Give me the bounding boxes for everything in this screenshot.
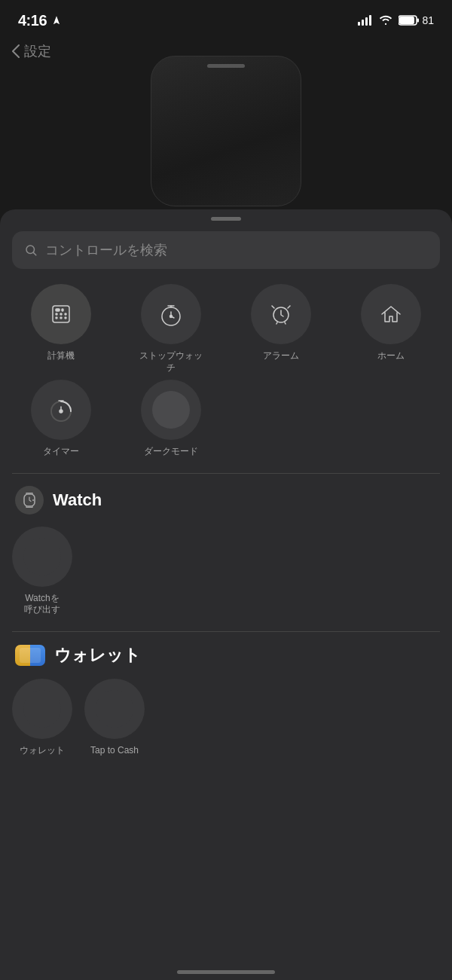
divider-1 — [12, 473, 440, 474]
svg-point-18 — [170, 316, 173, 318]
back-arrow-icon — [12, 44, 20, 58]
svg-point-23 — [32, 499, 34, 501]
calculator-button[interactable] — [31, 284, 91, 344]
search-icon — [24, 243, 38, 257]
battery-percent: 81 — [422, 14, 434, 26]
control-item-calculator[interactable]: 計算機 — [12, 284, 110, 374]
battery-icon — [399, 15, 420, 26]
control-item-home[interactable]: ホーム — [342, 284, 440, 374]
control-item-darkmode[interactable]: ダークモード — [122, 380, 220, 458]
wallet-section-header: ウォレット — [0, 644, 452, 667]
home-button[interactable] — [361, 284, 421, 344]
tap-to-cash-button[interactable] — [84, 679, 145, 739]
svg-rect-9 — [56, 309, 60, 311]
svg-rect-10 — [62, 309, 63, 311]
wallet-section-title: ウォレット — [54, 644, 141, 667]
home-indicator — [177, 970, 275, 974]
divider-2 — [12, 631, 440, 632]
watch-controls: Watchを呼び出す — [0, 527, 452, 616]
svg-rect-13 — [65, 313, 66, 315]
svg-point-21 — [60, 410, 63, 413]
watch-summon-button[interactable] — [12, 527, 72, 587]
status-time: 4:16 — [18, 12, 47, 29]
darkmode-label: ダークモード — [144, 446, 198, 458]
home-label: ホーム — [377, 350, 405, 362]
wifi-icon — [379, 15, 392, 26]
timer-label: タイマー — [43, 446, 79, 458]
calculator-label: 計算機 — [47, 350, 75, 362]
tap-to-cash-label: Tap to Cash — [90, 745, 139, 757]
stopwatch-label: ストップウォッチ — [139, 350, 203, 374]
svg-rect-14 — [56, 317, 57, 319]
location-icon — [51, 15, 62, 26]
wallet-section-icon — [15, 645, 45, 666]
back-nav-label: 設定 — [24, 42, 51, 60]
watch-section-icon — [15, 486, 44, 514]
darkmode-button[interactable] — [141, 380, 201, 440]
timer-button[interactable] — [31, 380, 91, 440]
stopwatch-button[interactable] — [141, 284, 201, 344]
control-item-watch-summon[interactable]: Watchを呼び出す — [12, 527, 72, 616]
svg-rect-16 — [65, 317, 66, 319]
phone-device-graphic — [151, 56, 301, 206]
wallet-label: ウォレット — [20, 745, 65, 757]
watch-summon-label: Watchを呼び出す — [24, 593, 60, 616]
bottom-sheet: コントロールを検索 計算機 — [0, 209, 452, 980]
control-item-stopwatch[interactable]: ストップウォッチ — [122, 284, 220, 374]
svg-rect-11 — [56, 313, 57, 315]
controls-row1: 計算機 ストップウォッチ — [0, 284, 452, 374]
alarm-button[interactable] — [251, 284, 311, 344]
svg-rect-2 — [365, 17, 368, 26]
svg-rect-3 — [369, 15, 371, 26]
watch-icon — [21, 490, 38, 510]
svg-rect-0 — [358, 22, 360, 26]
watch-section-title: Watch — [53, 490, 102, 510]
svg-rect-6 — [417, 19, 420, 23]
signal-icon — [358, 15, 373, 26]
status-bar: 4:16 81 — [0, 0, 452, 41]
wallet-controls: ウォレット Tap to Cash — [0, 679, 452, 757]
alarm-label: アラーム — [263, 350, 299, 362]
wallet-button[interactable] — [12, 679, 72, 739]
controls-row2: タイマー ダークモード — [0, 380, 452, 458]
search-placeholder: コントロールを検索 — [45, 241, 167, 259]
battery-indicator: 81 — [399, 14, 434, 26]
status-icons: 81 — [358, 14, 434, 26]
sheet-handle — [211, 217, 241, 221]
svg-rect-12 — [60, 313, 62, 315]
search-bar[interactable]: コントロールを検索 — [12, 231, 440, 269]
control-item-tap-to-cash[interactable]: Tap to Cash — [84, 679, 145, 757]
scroll-padding — [0, 772, 452, 802]
watch-section-header: Watch — [0, 486, 452, 514]
svg-rect-15 — [60, 317, 62, 319]
control-item-wallet[interactable]: ウォレット — [12, 679, 72, 757]
svg-rect-5 — [399, 17, 414, 24]
back-nav[interactable]: 設定 — [12, 42, 51, 60]
control-item-alarm[interactable]: アラーム — [232, 284, 330, 374]
control-item-timer[interactable]: タイマー — [12, 380, 110, 458]
svg-rect-1 — [362, 20, 364, 26]
phone-illustration — [0, 41, 452, 206]
